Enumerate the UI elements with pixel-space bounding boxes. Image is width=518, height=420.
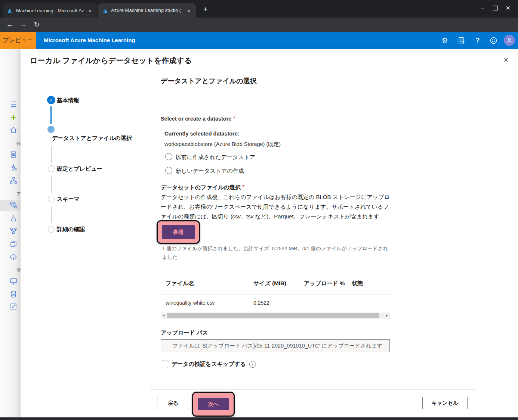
tab-title: Azure Machine Learning studio (プ — [111, 7, 182, 14]
required-asterisk: * — [233, 115, 235, 122]
next-annotation-highlight: 次へ — [192, 392, 235, 417]
radio-new-datastore-label[interactable]: 新しいデータストアの作成 — [176, 168, 244, 175]
window-minimize-button[interactable]: – — [476, 2, 489, 13]
nav-compute-icon[interactable] — [9, 277, 18, 285]
nav-notebooks-icon[interactable] — [9, 150, 18, 159]
left-nav-rail: ☰ 作 ア 管 — [0, 49, 21, 417]
upload-status-text: 1 個のファイルが選択されました。合計サイズ: 0.2522 MiB。0/1 個… — [162, 244, 390, 261]
select-datastore-label: Select or create a datastore — [161, 116, 231, 122]
step-confirm-details-label[interactable]: 詳細の確認 — [57, 226, 85, 233]
radio-new-datastore[interactable] — [165, 167, 172, 174]
radio-existing-datastore[interactable] — [165, 153, 172, 160]
check-icon: ✓ — [49, 97, 53, 103]
window-close-button[interactable]: × — [502, 2, 514, 13]
files-description: データセットの作成後、これらのファイルはお客様の既定の BLOB ストレージにア… — [161, 192, 390, 221]
step-settings-preview-label[interactable]: 設定とプレビュー — [57, 165, 102, 172]
help-icon[interactable]: ? — [472, 35, 483, 46]
nav-models-icon[interactable] — [9, 240, 18, 248]
scroll-right-icon[interactable]: ► — [384, 314, 390, 317]
release-notes-icon[interactable] — [456, 35, 467, 46]
avatar[interactable] — [504, 35, 515, 46]
skip-validation-label[interactable]: データの検証をスキップする — [172, 361, 246, 368]
maximize-icon — [493, 6, 498, 10]
window-maximize-button[interactable] — [489, 2, 502, 13]
browse-button[interactable]: 参照 — [162, 225, 195, 239]
new-item-plus-icon[interactable] — [9, 113, 18, 121]
step-schema-indicator[interactable] — [48, 196, 55, 202]
content-heading: データストアとファイルの選択 — [161, 77, 257, 85]
next-button[interactable]: 次へ — [198, 398, 229, 410]
skip-validation-checkbox[interactable] — [161, 361, 168, 368]
scroll-left-icon[interactable]: ◄ — [161, 314, 166, 317]
dialog-close-icon[interactable]: × — [501, 55, 511, 65]
new-tab-button[interactable]: + — [201, 5, 210, 14]
select-files-label: データセットのファイルの選択 — [161, 184, 241, 190]
step-settings-preview-indicator[interactable] — [48, 165, 55, 172]
step-confirm-details-indicator[interactable] — [48, 226, 55, 233]
step-datastore-label[interactable]: データストアとファイルの選択 — [52, 135, 151, 142]
radio-existing-datastore-label[interactable]: 以前に作成されたデータストア — [176, 154, 255, 161]
reload-icon[interactable]: ↻ — [31, 19, 42, 30]
nav-experiments-icon[interactable] — [9, 214, 18, 222]
step-datastore-indicator[interactable] — [47, 126, 55, 133]
close-tab-icon[interactable]: × — [185, 7, 192, 14]
info-icon[interactable]: i — [249, 361, 256, 368]
column-header-size[interactable]: サイズ (MiB) — [253, 280, 304, 287]
nav-home-icon[interactable] — [9, 126, 18, 134]
nav-data-labeling-icon[interactable] — [9, 302, 18, 311]
required-asterisk: * — [242, 184, 244, 190]
column-header-filename[interactable]: ファイル名 — [166, 280, 253, 287]
horizontal-scrollbar[interactable]: ◄ ► — [161, 312, 390, 319]
nav-hamburger-icon[interactable]: ☰ — [9, 100, 18, 108]
settings-gear-icon[interactable]: ⚙ — [439, 35, 450, 46]
scrollbar-thumb[interactable] — [167, 313, 379, 318]
nav-datasets-icon[interactable] — [9, 201, 18, 209]
tab-aml-studio[interactable]: Azure Machine Learning studio (プ × — [98, 3, 196, 18]
back-icon[interactable]: ← — [4, 19, 15, 30]
tab-machinelearning[interactable]: MachineLearning - Microsoft Azu × — [3, 3, 97, 18]
aml-studio-favicon-icon — [102, 7, 108, 14]
step-schema-label[interactable]: スキーマ — [57, 196, 80, 203]
column-header-upload-pct[interactable]: アップロード % — [304, 280, 352, 287]
nav-designer-icon[interactable] — [9, 176, 18, 184]
nav-pipelines-icon[interactable] — [9, 227, 18, 235]
nav-datastores-icon[interactable] — [9, 290, 18, 298]
create-dataset-dialog — [21, 49, 518, 417]
column-header-status[interactable]: 状態 — [352, 280, 363, 287]
azure-portal-favicon-icon — [7, 7, 13, 14]
current-datastore-value: workspaceblobstore (Azure Blob Storage) … — [164, 141, 281, 148]
dialog-title: ローカル ファイルからデータセットを作成する — [30, 56, 192, 66]
tab-title: MachineLearning - Microsoft Azu — [16, 8, 84, 13]
nav-automl-icon[interactable] — [9, 163, 18, 171]
table-row[interactable]: winequality-white.csv 0.2522 — [161, 300, 390, 306]
nav-endpoints-icon[interactable] — [9, 253, 18, 261]
preview-badge: プレビュー — [0, 32, 36, 49]
app-title[interactable]: Microsoft Azure Machine Learning — [44, 37, 135, 43]
step-basic-info-label[interactable]: 基本情報 — [57, 97, 79, 104]
upload-path-placeholder: ファイルは '$(アップロード パス)/05-11-2020_091010_UT… — [172, 342, 382, 349]
upload-path-input[interactable]: ファイルは '$(アップロード パス)/05-11-2020_091010_UT… — [161, 339, 390, 352]
current-datastore-label: Currently selected datastore: — [164, 131, 240, 137]
forward-icon[interactable]: → — [18, 19, 28, 30]
feedback-smiley-icon[interactable] — [488, 35, 499, 46]
upload-path-label: アップロード パス — [161, 329, 208, 336]
back-button[interactable]: 戻る — [157, 397, 189, 409]
step-basic-info-indicator[interactable]: ✓ — [47, 96, 55, 104]
browser-toolbar: ← → ↻ ml.azure.com/data?wsid=/subscripti… — [0, 18, 518, 32]
browser-tab-strip: MachineLearning - Microsoft Azu × Azure … — [0, 0, 518, 18]
cell-size: 0.2522 — [253, 300, 304, 306]
close-tab-icon[interactable]: × — [87, 7, 93, 14]
cell-filename: winequality-white.csv — [166, 300, 253, 306]
cancel-button[interactable]: キャンセル — [422, 397, 468, 409]
browse-annotation-highlight: 参照 — [157, 220, 200, 244]
bottom-status-strip — [0, 417, 518, 420]
